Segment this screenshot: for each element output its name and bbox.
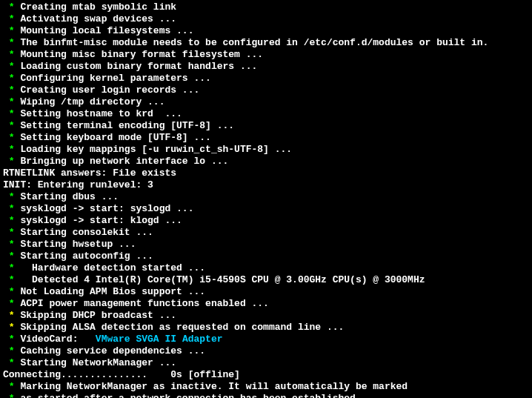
boot-line: * Marking NetworkManager as inactive. It… [3,381,529,393]
boot-line: * Creating mtab symbolic link [3,1,529,13]
status-star-icon: * [9,37,15,49]
boot-line: * sysklogd -> start: syslogd ... [3,203,529,215]
boot-message: Setting hostname to krd ... [20,108,182,120]
boot-message: RTNETLINK answers: File exists [3,168,176,179]
boot-message: Setting terminal encoding [UTF-8] ... [20,120,234,132]
boot-message: Loading key mappings [-u ruwin_ct_sh-UTF… [20,144,292,156]
boot-line: * Mounting local filesystems ... [3,25,529,37]
status-star-icon: * [9,286,15,298]
status-star-icon: * [9,393,15,398]
status-star-icon: * [9,96,15,108]
status-star-icon: * [9,13,15,25]
boot-message: Wiping /tmp directory ... [20,96,164,108]
boot-line: * Mounting misc binary format filesystem… [3,49,529,61]
boot-line: * Wiping /tmp directory ... [3,96,529,108]
boot-message: The binfmt-misc module needs to be confi… [20,37,488,49]
boot-line: * Skipping ALSA detection as requested o… [3,322,529,334]
boot-message: Creating mtab symbolic link [20,1,176,13]
status-star-icon: * [9,239,15,251]
boot-line: * Skipping DHCP broadcast ... [3,310,529,322]
boot-line: * Bringing up network interface lo ... [3,156,529,168]
status-star-icon: * [9,381,15,393]
boot-line: * Loading key mappings [-u ruwin_ct_sh-U… [3,144,529,156]
boot-line: * sysklogd -> start: klogd ... [3,215,529,227]
boot-line: * The binfmt-misc module needs to be con… [3,37,529,49]
boot-line: * Setting terminal encoding [UTF-8] ... [3,120,529,132]
boot-line: * Starting NetworkManager ... [3,357,529,369]
status-star-icon: * [9,322,15,334]
boot-message: Creating user login records ... [20,84,199,96]
boot-message: sysklogd -> start: syslogd ... [20,203,193,215]
status-star-icon: * [9,61,15,73]
status-star-icon: * [9,120,15,132]
boot-message: Starting NetworkManager ... [20,357,176,369]
boot-line: RTNETLINK answers: File exists [3,168,529,179]
boot-line: * Starting consolekit ... [3,227,529,239]
status-star-icon: * [9,274,15,286]
status-star-icon: * [9,84,15,96]
boot-message: Not Loading APM Bios support ... [20,286,205,298]
status-star-icon: * [9,203,15,215]
boot-message: Starting hwsetup ... [20,239,136,251]
boot-message: Starting dbus ... [20,191,119,203]
boot-message: Detected 4 Intel(R) Core(TM) i5-4590S CP… [20,274,425,286]
boot-message: Skipping ALSA detection as requested on … [20,322,344,334]
boot-message: Mounting misc binary format filesystem .… [20,49,263,61]
boot-line: * Configuring kernel parameters ... [3,73,529,84]
boot-line: * Loading custom binary format handlers … [3,61,529,73]
boot-line: * Setting hostname to krd ... [3,108,529,120]
status-star-icon: * [9,1,15,13]
status-star-icon: * [9,262,15,274]
videocard-label: VideoCard: [20,334,95,345]
boot-message: INIT: Entering runlevel: 3 [3,179,153,191]
boot-line: * ACPI power management functions enable… [3,298,529,310]
status-star-icon: * [9,251,15,262]
boot-line: * Not Loading APM Bios support ... [3,286,529,298]
boot-line: * Starting autoconfig ... [3,251,529,262]
status-star-icon: * [9,227,15,239]
boot-line: * Hardware detection started ... [3,262,529,274]
boot-message: Mounting local filesystems ... [20,25,193,37]
status-star-icon: * [9,298,15,310]
status-star-icon: * [9,191,15,203]
boot-line: * Activating swap devices ... [3,13,529,25]
boot-line: * Detected 4 Intel(R) Core(TM) i5-4590S … [3,274,529,286]
boot-line: * Setting keyboard mode [UTF-8] ... [3,132,529,144]
status-star-icon: * [9,156,15,168]
status-star-icon: * [9,215,15,227]
status-star-icon: * [9,73,15,84]
boot-message: Skipping DHCP broadcast ... [20,310,176,322]
boot-message: Setting keyboard mode [UTF-8] ... [20,132,210,144]
status-star-icon: * [9,334,15,345]
boot-message: Connecting............... 0s [offline] [3,369,240,381]
boot-message: Loading custom binary format handlers ..… [20,61,257,73]
status-star-icon: * [9,132,15,144]
status-star-icon: * [9,144,15,156]
status-star-icon: * [9,310,15,322]
boot-line: * Creating user login records ... [3,84,529,96]
boot-line: * Caching service dependencies ... [3,345,529,357]
boot-line: INIT: Entering runlevel: 3 [3,179,529,191]
boot-message: Starting autoconfig ... [20,251,153,262]
boot-message: Starting consolekit ... [20,227,153,239]
boot-console: * Creating mtab symbolic link * Activati… [3,1,529,398]
boot-message: sysklogd -> start: klogd ... [20,215,182,227]
boot-line: * VideoCard: VMware SVGA II Adapter [3,334,529,345]
boot-message: Hardware detection started ... [20,262,205,274]
boot-message: Caching service dependencies ... [20,345,205,357]
status-star-icon: * [9,357,15,369]
boot-line: * Starting dbus ... [3,191,529,203]
boot-message: Bringing up network interface lo ... [20,156,228,168]
boot-line: * Starting hwsetup ... [3,239,529,251]
boot-message: Activating swap devices ... [20,13,176,25]
status-star-icon: * [9,49,15,61]
boot-message: Configuring kernel parameters ... [20,73,210,84]
boot-message: as started after a network connection ha… [20,393,361,398]
status-star-icon: * [9,108,15,120]
boot-line: * as started after a network connection … [3,393,529,398]
boot-message: Marking NetworkManager as inactive. It w… [20,381,408,393]
status-star-icon: * [9,345,15,357]
boot-message: ACPI power management functions enabled … [20,298,268,310]
videocard-adapter: VMware SVGA II Adapter [96,334,223,345]
status-star-icon: * [9,25,15,37]
